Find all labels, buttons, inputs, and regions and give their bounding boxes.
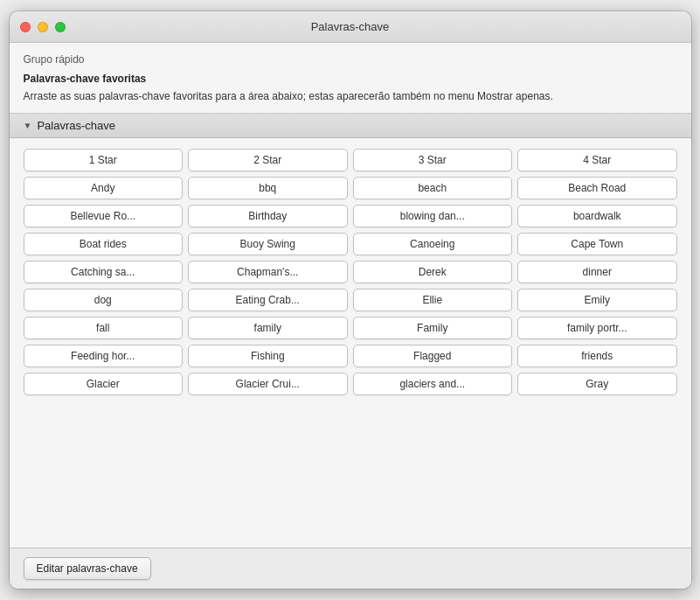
- keyword-tag[interactable]: Cape Town: [517, 233, 677, 255]
- keyword-tag[interactable]: Glacier Crui...: [188, 373, 348, 395]
- keywords-header: ▼ Palavras-chave: [10, 114, 691, 138]
- group-label: Grupo rápido: [24, 53, 677, 66]
- keywords-section-label: Palavras-chave: [37, 119, 115, 132]
- keyword-tag[interactable]: glaciers and...: [353, 373, 513, 395]
- keyword-tag[interactable]: Emily: [517, 289, 677, 311]
- keyword-tag[interactable]: Gray: [517, 373, 677, 395]
- close-button[interactable]: [20, 22, 31, 32]
- keyword-tag[interactable]: Ellie: [353, 289, 513, 311]
- minimize-button[interactable]: [38, 22, 48, 32]
- keyword-tag[interactable]: dog: [24, 289, 184, 311]
- keywords-grid: 1 Star2 Star3 Star4 StarAndybbqbeachBeac…: [24, 149, 677, 395]
- window-title: Palavras-chave: [311, 20, 390, 33]
- keyword-tag[interactable]: 3 Star: [353, 149, 513, 171]
- traffic-lights: [20, 22, 66, 32]
- favorites-description: Arraste as suas palavras-chave favoritas…: [24, 88, 677, 104]
- keyword-tag[interactable]: Chapman's...: [188, 261, 348, 283]
- keyword-tag[interactable]: 2 Star: [188, 149, 348, 171]
- header-section: Grupo rápido Palavras-chave favoritas Ar…: [10, 43, 691, 114]
- keyword-tag[interactable]: Birthday: [188, 205, 348, 227]
- favorites-title: Palavras-chave favoritas: [24, 73, 677, 85]
- keyword-tag[interactable]: Buoy Swing: [188, 233, 348, 255]
- edit-keywords-button[interactable]: Editar palavras-chave: [24, 557, 151, 580]
- main-window: Palavras-chave Grupo rápido Palavras-cha…: [10, 11, 691, 589]
- keyword-tag[interactable]: family portr...: [517, 317, 677, 339]
- keyword-tag[interactable]: Andy: [24, 177, 184, 199]
- keyword-tag[interactable]: boardwalk: [517, 205, 677, 227]
- keyword-tag[interactable]: 4 Star: [517, 149, 677, 171]
- keywords-grid-container: 1 Star2 Star3 Star4 StarAndybbqbeachBeac…: [10, 138, 691, 548]
- keyword-tag[interactable]: Beach Road: [517, 177, 677, 199]
- keyword-tag[interactable]: Eating Crab...: [188, 289, 348, 311]
- keyword-tag[interactable]: bbq: [188, 177, 348, 199]
- maximize-button[interactable]: [55, 22, 66, 32]
- keyword-tag[interactable]: Family: [353, 317, 513, 339]
- keyword-tag[interactable]: Flagged: [353, 345, 513, 367]
- keywords-section: ▼ Palavras-chave 1 Star2 Star3 Star4 Sta…: [10, 114, 691, 548]
- keyword-tag[interactable]: Glacier: [24, 373, 184, 395]
- keyword-tag[interactable]: dinner: [517, 261, 677, 283]
- keyword-tag[interactable]: Catching sa...: [24, 261, 184, 283]
- keyword-tag[interactable]: Derek: [353, 261, 513, 283]
- keyword-tag[interactable]: family: [188, 317, 348, 339]
- keyword-tag[interactable]: Bellevue Ro...: [24, 205, 184, 227]
- collapse-arrow-icon[interactable]: ▼: [24, 121, 32, 130]
- keyword-tag[interactable]: Canoeing: [353, 233, 513, 255]
- keyword-tag[interactable]: 1 Star: [24, 149, 184, 171]
- keyword-tag[interactable]: fall: [24, 317, 184, 339]
- keyword-tag[interactable]: Boat rides: [24, 233, 184, 255]
- content-area: Grupo rápido Palavras-chave favoritas Ar…: [10, 43, 691, 589]
- footer: Editar palavras-chave: [10, 548, 691, 589]
- titlebar: Palavras-chave: [10, 11, 691, 43]
- keyword-tag[interactable]: Fishing: [188, 345, 348, 367]
- keyword-tag[interactable]: beach: [353, 177, 513, 199]
- keyword-tag[interactable]: friends: [517, 345, 677, 367]
- keyword-tag[interactable]: blowing dan...: [353, 205, 513, 227]
- keyword-tag[interactable]: Feeding hor...: [24, 345, 184, 367]
